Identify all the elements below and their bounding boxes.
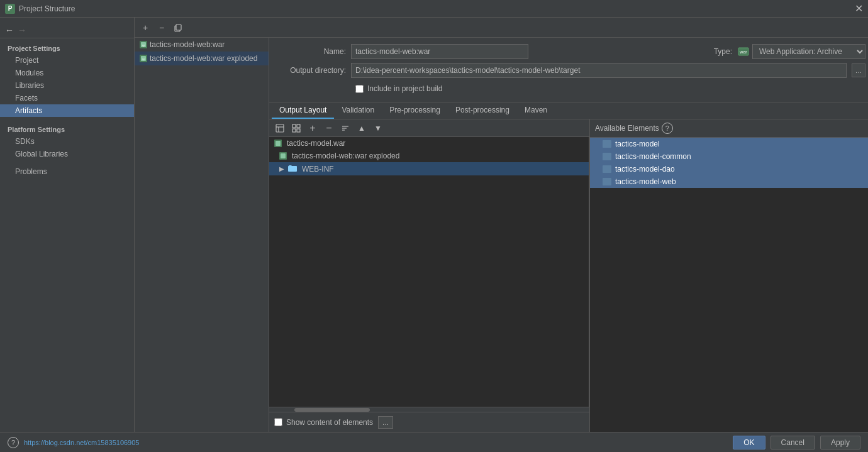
output-toolbar: + − ▲ ▼ xyxy=(269,119,589,137)
remove-artifact-button[interactable]: − xyxy=(155,21,169,35)
apply-button[interactable]: Apply xyxy=(820,436,860,449)
tab-maven[interactable]: Maven xyxy=(517,102,555,119)
module-folder-icon-3 xyxy=(603,165,611,173)
move-up-button[interactable]: ▲ xyxy=(355,121,369,135)
tab-validation[interactable]: Validation xyxy=(334,102,382,119)
tab-bar: Output Layout Validation Pre-processing … xyxy=(269,102,868,119)
nav-forward-button[interactable]: → xyxy=(18,25,26,35)
include-in-build-checkbox[interactable] xyxy=(355,85,364,93)
footer-buttons: OK Cancel Apply xyxy=(733,436,860,449)
include-in-build-row: Include in project build xyxy=(277,82,865,96)
name-row: Name: Type: war Web Application: Ar xyxy=(277,44,865,59)
svg-rect-12 xyxy=(297,124,300,128)
browse-output-dir-button[interactable]: … xyxy=(852,63,865,77)
tree-item-web-inf[interactable]: ▶ WEB-INF xyxy=(269,162,589,175)
svg-rect-11 xyxy=(292,124,296,128)
project-settings-label: Project Settings xyxy=(0,41,134,54)
artifact-list-item-war-exploded[interactable]: w tactics-model-web:war exploded xyxy=(135,52,269,65)
cancel-button[interactable]: Cancel xyxy=(771,436,815,449)
type-icon: war xyxy=(737,45,750,58)
svg-rect-8 xyxy=(276,124,284,132)
module-folder-icon-1 xyxy=(603,140,611,148)
available-help-icon[interactable]: ? xyxy=(662,123,673,134)
svg-rect-1 xyxy=(176,25,181,30)
show-content-dots-button[interactable]: ... xyxy=(378,416,393,429)
output-layout-btn-2[interactable] xyxy=(289,121,303,135)
svg-text:war: war xyxy=(739,50,747,54)
content-area: + − w xyxy=(135,18,868,432)
type-select-container: war Web Application: Archive Web Applica… xyxy=(737,44,865,59)
tab-output-layout[interactable]: Output Layout xyxy=(272,102,334,119)
tree-war-icon xyxy=(274,140,282,147)
show-content-label: Show content of elements xyxy=(286,418,373,427)
artifact-toolbar: + − xyxy=(135,18,868,38)
scrollbar-area[interactable] xyxy=(269,407,589,412)
folder-icon xyxy=(288,164,297,174)
add-artifact-button[interactable]: + xyxy=(138,21,152,35)
svg-rect-14 xyxy=(297,129,300,132)
available-elements-panel: Available Elements ? tactics-model xyxy=(590,119,868,432)
sidebar-item-project[interactable]: Project xyxy=(0,54,134,67)
sidebar-item-global-libraries[interactable]: Global Libraries xyxy=(0,148,134,160)
avail-item-tactics-model-web[interactable]: tactics-model-web xyxy=(590,175,868,188)
ok-button[interactable]: OK xyxy=(733,436,765,449)
output-dir-label: Output directory: xyxy=(277,66,346,75)
sidebar-item-artifacts[interactable]: Artifacts xyxy=(0,104,134,117)
tree-item-tactics-model-war[interactable]: tactics-model.war xyxy=(269,137,589,150)
avail-item-tactics-model-dao[interactable]: tactics-model-dao xyxy=(590,163,868,175)
title-bar: P Project Structure ✕ xyxy=(0,0,868,18)
avail-item-tactics-model[interactable]: tactics-model xyxy=(590,138,868,150)
form-area: Name: Type: war Web Application: Ar xyxy=(269,38,868,102)
expand-arrow: ▶ xyxy=(279,165,284,172)
svg-rect-18 xyxy=(275,141,281,146)
name-input[interactable] xyxy=(351,44,528,59)
type-label: Type: xyxy=(707,47,732,56)
svg-rect-19 xyxy=(281,153,286,158)
war-icon: w xyxy=(140,41,147,48)
split-area: w tactics-model-web:war w tactics-model-… xyxy=(135,38,868,432)
window-title: Project Structure xyxy=(19,4,75,13)
sidebar-item-problems[interactable]: Problems xyxy=(0,165,134,178)
move-down-button[interactable]: ▼ xyxy=(371,121,385,135)
avail-item-tactics-model-common[interactable]: tactics-model-common xyxy=(590,150,868,163)
available-elements-header: Available Elements ? xyxy=(590,119,868,138)
detail-panel: Name: Type: war Web Application: Ar xyxy=(269,38,868,432)
tab-pre-processing[interactable]: Pre-processing xyxy=(382,102,448,119)
sidebar-item-libraries[interactable]: Libraries xyxy=(0,79,134,92)
output-layout-area: + − ▲ ▼ xyxy=(269,119,868,432)
output-dir-input[interactable] xyxy=(351,63,847,78)
include-in-build-label: Include in project build xyxy=(367,84,442,93)
output-tree: tactics-model.war tactics-model-web:war … xyxy=(269,137,589,407)
sidebar: ← → Project Settings Project Modules Lib… xyxy=(0,18,135,432)
sort-output-button[interactable] xyxy=(338,121,352,135)
module-folder-icon-4 xyxy=(603,178,611,185)
svg-text:w: w xyxy=(142,57,145,61)
artifact-list: w tactics-model-web:war w tactics-model-… xyxy=(135,38,269,432)
name-label: Name: xyxy=(277,47,346,56)
platform-settings-label: Platform Settings xyxy=(0,122,134,135)
sidebar-item-modules[interactable]: Modules xyxy=(0,67,134,79)
war-exploded-icon: w xyxy=(140,55,147,62)
copy-artifact-button[interactable] xyxy=(171,21,185,35)
show-content-checkbox[interactable] xyxy=(274,418,282,426)
artifact-list-item-war[interactable]: w tactics-model-web:war xyxy=(135,38,269,52)
add-output-button[interactable]: + xyxy=(306,121,320,135)
module-folder-icon-2 xyxy=(603,153,611,160)
output-dir-row: Output directory: … xyxy=(277,63,865,78)
tab-post-processing[interactable]: Post-processing xyxy=(448,102,517,119)
bottom-bar: Show content of elements ... xyxy=(269,412,589,432)
footer-help-icon[interactable]: ? xyxy=(8,437,19,448)
footer: ? https://blog.csdn.net/cm15835106905 OK… xyxy=(0,432,868,452)
tree-item-war-exploded-sub[interactable]: tactics-model-web:war exploded xyxy=(269,150,589,162)
sidebar-item-facets[interactable]: Facets xyxy=(0,92,134,104)
nav-back-button[interactable]: ← xyxy=(5,25,14,35)
app-icon: P xyxy=(5,4,15,14)
sidebar-item-sdks[interactable]: SDKs xyxy=(0,135,134,148)
remove-output-button[interactable]: − xyxy=(322,121,336,135)
footer-url[interactable]: https://blog.csdn.net/cm15835106905 xyxy=(24,439,139,446)
close-button[interactable]: ✕ xyxy=(855,4,863,14)
type-select[interactable]: Web Application: Archive Web Application… xyxy=(752,44,865,59)
bottom-bar-left: Show content of elements xyxy=(274,418,373,427)
svg-rect-13 xyxy=(292,129,296,132)
output-layout-btn-1[interactable] xyxy=(273,121,287,135)
